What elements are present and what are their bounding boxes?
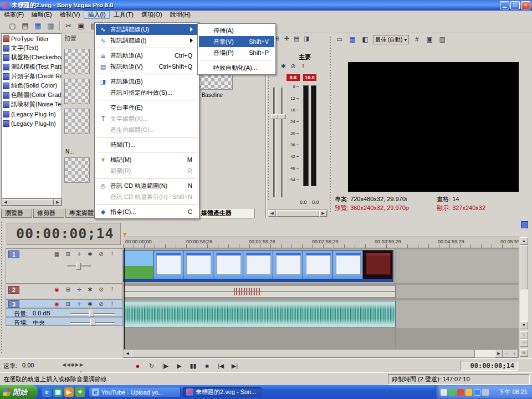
tray-volume-icon[interactable] <box>466 389 472 396</box>
scroll-left-icon[interactable]: ◀ <box>2 199 9 206</box>
save-snapshot-icon[interactable]: ▥ <box>437 35 447 44</box>
scroll-right-icon[interactable]: ▶ <box>54 199 62 206</box>
go-to-end-button[interactable]: ▶| <box>228 360 242 371</box>
mixer-scrollbar[interactable]: ◀ ▶ <box>268 209 328 217</box>
generator-item[interactable]: (Legacy Plug-In) <box>2 109 62 119</box>
record-button[interactable]: ● <box>131 360 145 371</box>
record-arm-button[interactable]: ◉ <box>53 286 61 293</box>
start-button[interactable]: 開始 <box>0 385 38 399</box>
tray-alert-icon[interactable] <box>457 389 464 396</box>
track-number[interactable]: 2 <box>8 286 19 294</box>
tab-project-media[interactable]: 專案媒體 <box>65 208 99 218</box>
scroll-down-icon[interactable]: ▼ <box>520 321 528 329</box>
track-number[interactable]: 3 <box>8 300 19 308</box>
tray-antivirus-icon[interactable] <box>449 389 456 396</box>
internet-explorer-icon[interactable]: e <box>42 387 52 397</box>
zoom-tool-button[interactable]: ⊙ <box>520 349 528 357</box>
generator-list-scrollbar[interactable]: ◀ ▶ <box>1 198 62 206</box>
go-to-start-button[interactable]: |◀ <box>214 360 228 371</box>
play-from-start-button[interactable]: |▶ <box>158 360 172 371</box>
menu-view[interactable]: 檢視(V) <box>56 11 84 19</box>
clip-value-badge[interactable]: 10.0 <box>303 74 316 81</box>
submenu-item-fx-automation[interactable]: 特效自動化(A)... <box>199 62 274 73</box>
menu-item-command[interactable]: ◆指令(C)...C <box>96 206 198 217</box>
submenu-item-mute[interactable]: 停播(A) <box>199 25 274 36</box>
track-solo-button[interactable]: ! <box>108 300 116 308</box>
time-ruler[interactable]: 00:00:00;00 00:00:59;28 00:01:59;28 00:0… <box>123 237 519 248</box>
open-button[interactable]: ▤ <box>19 20 31 32</box>
submenu-item-pan[interactable]: 音場(P)Shift+P <box>199 47 274 58</box>
track-mute-button[interactable]: ⊘ <box>97 250 105 258</box>
generator-item[interactable]: 色階圖(Color Gradient) <box>2 90 62 100</box>
audio-track-lane[interactable] <box>123 285 519 298</box>
scrollbar-thumb[interactable] <box>276 210 319 217</box>
rate-scrubber[interactable]: ◀◀◆▶▶ <box>62 362 84 367</box>
generator-item[interactable]: 文字(Text) <box>2 43 62 53</box>
timeline-drag-handle[interactable] <box>1 222 3 354</box>
mixer-properties-button[interactable]: ▤ <box>292 34 301 43</box>
tray-network-icon[interactable] <box>474 389 480 396</box>
menu-item-region[interactable]: 範圍(R)R <box>96 165 198 176</box>
track-automation-button[interactable]: ✛ <box>75 300 83 308</box>
transport-time-display[interactable]: 00:00:00;14 <box>460 361 518 371</box>
menu-item-empty-event[interactable]: 空白事件(E) <box>96 102 198 113</box>
tray-usb-icon[interactable] <box>482 389 489 396</box>
menu-item-assignable-fx[interactable]: 音訊可指定的特效(S)... <box>96 87 198 98</box>
clip-indicator-icon[interactable]: ! <box>299 62 308 70</box>
save-button[interactable]: ▦ <box>32 20 44 32</box>
master-mute-button[interactable]: ⊘ <box>289 62 298 70</box>
track-fx-button[interactable]: ⊞ <box>64 300 72 308</box>
cut-button[interactable]: ✂ <box>63 20 74 32</box>
menu-item-video-envelope[interactable]: ∿視訊調節線(I) <box>96 35 198 46</box>
menu-options[interactable]: 選項(O) <box>137 11 166 19</box>
clip-value-badge[interactable]: 8.8 <box>287 74 300 81</box>
track-settings-button[interactable]: ✱ <box>86 286 94 293</box>
scrollbar-thumb[interactable] <box>131 350 475 357</box>
preset-thumbnail[interactable] <box>64 157 90 183</box>
scroll-left-icon[interactable]: ◀ <box>268 210 276 217</box>
external-monitor-icon[interactable]: ▭ <box>335 35 345 44</box>
generator-item[interactable]: 片頭字幕(Credit Roll) <box>2 71 62 81</box>
edit-cursor[interactable] <box>124 248 125 358</box>
tab-explorer[interactable]: 瀏覽器 <box>1 208 32 218</box>
show-desktop-icon[interactable]: ▣ <box>53 387 63 397</box>
minimize-button[interactable]: ▁ <box>500 1 509 9</box>
menu-item-text-media[interactable]: T文字媒體(X)... <box>96 113 198 124</box>
track-header-3[interactable]: 3 ◉ ⊞ ✛ ✱ ⊘ ! <box>6 299 123 308</box>
project-properties-button[interactable]: ▥ <box>45 20 57 32</box>
grid-overlay-icon[interactable]: # <box>412 35 422 44</box>
timeline-vertical-scrollbar[interactable]: ▲ ▼ + − ⊙ <box>520 218 528 358</box>
generator-item[interactable]: 純色(Solid Color) <box>2 81 62 90</box>
generator-item[interactable]: (Legacy Plug-In) <box>2 119 62 128</box>
timeline-horizontal-scrollbar[interactable]: ◀ ▶ − + <box>123 349 519 358</box>
menu-file[interactable]: 檔案(F) <box>0 11 28 19</box>
timeline-zoom-out-button[interactable]: − <box>503 350 510 357</box>
track-zoom-out-button[interactable]: − <box>520 339 528 347</box>
play-button[interactable]: ▶ <box>172 360 186 371</box>
preset-thumbnail[interactable] <box>64 49 90 74</box>
messenger-icon[interactable]: ✦ <box>75 387 85 397</box>
taskbar-clock[interactable]: 下午 08:21 <box>498 388 532 396</box>
copy-button[interactable]: ▣ <box>75 20 87 32</box>
menu-item-generated-media[interactable]: 產生的媒體(G)... <box>96 124 198 135</box>
timeline-time-display[interactable]: 00:00:00;14 <box>7 223 121 245</box>
scroll-up-icon[interactable]: ▲ <box>520 237 528 245</box>
tab-trimmer[interactable]: 修剪器 <box>33 208 64 218</box>
track-fx-button[interactable]: ⊞ <box>64 250 72 258</box>
menu-item-audio-envelope[interactable]: ∿音訊調節線(U) <box>96 24 198 35</box>
track-header-1[interactable]: 1 ▦ ⊞ ✛ ✱ ⊘ ! <box>6 248 123 284</box>
scrollbar-thumb[interactable] <box>9 199 54 206</box>
menu-insert[interactable]: 插入(I) <box>84 11 109 19</box>
timeline-options-icon[interactable] <box>521 221 528 228</box>
track-fx-button[interactable]: ⊞ <box>64 286 72 293</box>
menu-item-marker[interactable]: ▼標記(M)M <box>96 154 198 165</box>
menu-item-audio-bus[interactable]: ◨音訊匯流(B) <box>96 76 198 87</box>
track-header-2[interactable]: 2 ◉ ⊞ ✛ ✱ ⊘ ! <box>6 284 123 299</box>
menu-edit[interactable]: 編輯(E) <box>28 11 56 19</box>
scrollbar-track[interactable] <box>475 350 495 357</box>
menu-item-cd-region[interactable]: ◎音訊 CD 軌道範圍(N)N <box>96 180 198 191</box>
restore-button[interactable]: ◱ <box>510 1 520 9</box>
pan-slider[interactable] <box>90 319 95 326</box>
tray-update-icon[interactable] <box>441 389 447 396</box>
generator-item[interactable]: 棋盤格(Checkerboard) <box>2 53 62 62</box>
